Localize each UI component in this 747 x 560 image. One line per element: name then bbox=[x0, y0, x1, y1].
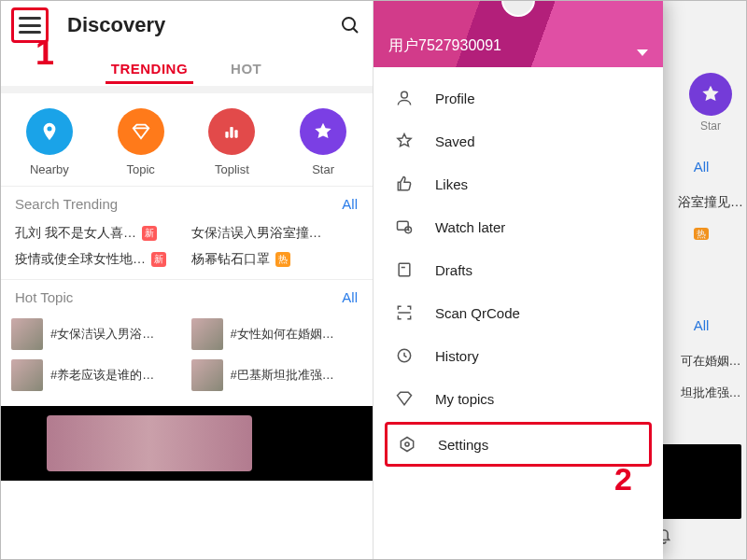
cat-label: Nearby bbox=[30, 162, 69, 176]
trend-item[interactable]: 孔刘 我不是女人喜… 新 bbox=[15, 225, 182, 242]
trend-item[interactable]: 杨幂钻石口罩 热 bbox=[191, 251, 359, 268]
svg-point-0 bbox=[343, 18, 355, 30]
ghost-all: All bbox=[669, 159, 734, 175]
ghost-row: 可在婚姻… bbox=[678, 353, 743, 370]
drawer-screen: Star All 浴室撞见… 热 All 可在婚姻… 坦批准强… 用户75279… bbox=[374, 0, 747, 560]
badge-hot: 热 bbox=[694, 228, 709, 240]
menu-settings[interactable]: Settings bbox=[385, 422, 652, 467]
qr-icon bbox=[394, 302, 415, 323]
hot-topic-list: #女保洁误入男浴… #女性如何在婚姻… #养老应该是谁的… #巴基斯坦批准强… bbox=[0, 313, 373, 402]
menu-label: Saved bbox=[435, 133, 475, 149]
hot-topic-header: Hot Topic All bbox=[0, 279, 373, 313]
svg-rect-2 bbox=[226, 132, 229, 138]
bars-icon bbox=[208, 108, 255, 155]
callout-2: 2 bbox=[614, 461, 632, 497]
trend-item[interactable]: 女保洁误入男浴室撞见… bbox=[191, 225, 359, 242]
avatar bbox=[501, 0, 535, 17]
svg-line-1 bbox=[353, 28, 358, 33]
cat-star[interactable]: Star bbox=[286, 108, 360, 176]
menu-label: Drafts bbox=[435, 262, 472, 278]
ghost-row: 浴室撞见… bbox=[678, 194, 743, 211]
ghost-video bbox=[661, 444, 741, 519]
svg-rect-6 bbox=[398, 221, 409, 230]
bell-icon bbox=[654, 525, 719, 545]
watch-later-icon bbox=[394, 217, 415, 237]
diamond-icon bbox=[118, 108, 164, 155]
menu-label: My topics bbox=[435, 391, 494, 407]
badge-new: 新 bbox=[151, 252, 166, 267]
history-icon bbox=[394, 345, 415, 366]
hot-item[interactable]: #女保洁误入男浴… bbox=[11, 318, 182, 350]
menu-label: Scan QrCode bbox=[435, 305, 520, 321]
menu-label: Watch later bbox=[435, 219, 505, 235]
topics-icon bbox=[394, 388, 415, 409]
pin-icon bbox=[26, 108, 73, 155]
tab-trending[interactable]: TRENDING bbox=[111, 61, 188, 77]
top-bar: Discovery bbox=[0, 0, 373, 50]
star-outline-icon bbox=[394, 131, 415, 151]
thumbnail bbox=[11, 359, 43, 391]
drawer-header[interactable]: 用户7527930091 bbox=[374, 0, 663, 67]
page-title: Discovery bbox=[67, 13, 165, 37]
section-title: Search Trending bbox=[15, 196, 118, 212]
chevron-down-icon bbox=[637, 49, 648, 56]
svg-rect-8 bbox=[399, 263, 410, 275]
menu-drafts[interactable]: Drafts bbox=[374, 248, 663, 291]
menu-watch-later[interactable]: Watch later bbox=[374, 205, 663, 248]
settings-icon bbox=[397, 434, 417, 455]
menu-saved[interactable]: Saved bbox=[374, 119, 663, 162]
star-icon bbox=[300, 108, 346, 155]
hot-item[interactable]: #女性如何在婚姻… bbox=[191, 318, 362, 350]
cat-topic[interactable]: Topic bbox=[104, 108, 178, 176]
menu-likes[interactable]: Likes bbox=[374, 162, 663, 205]
badge-new: 新 bbox=[142, 226, 157, 241]
menu-scan-qr[interactable]: Scan QrCode bbox=[374, 291, 663, 334]
search-trending-header: Search Trending All bbox=[0, 186, 373, 219]
cat-nearby[interactable]: Nearby bbox=[12, 108, 87, 176]
menu-my-topics[interactable]: My topics bbox=[374, 377, 663, 420]
trend-item[interactable]: 疫情或使全球女性地… 新 bbox=[15, 251, 182, 268]
svg-marker-10 bbox=[401, 438, 413, 452]
cat-label: Star bbox=[312, 162, 334, 176]
menu-label: History bbox=[435, 348, 479, 364]
category-row: Nearby Topic Toplist Star bbox=[0, 93, 373, 186]
menu-label: Likes bbox=[435, 176, 468, 192]
search-icon[interactable] bbox=[339, 14, 361, 36]
cat-label: Topic bbox=[126, 162, 154, 176]
hot-item[interactable]: #巴基斯坦批准强… bbox=[191, 359, 362, 391]
search-trending-list: 孔刘 我不是女人喜… 新 女保洁误入男浴室撞见… 疫情或使全球女性地… 新 杨幂… bbox=[0, 219, 373, 279]
hot-item[interactable]: #养老应该是谁的… bbox=[11, 359, 182, 391]
thumb-up-icon bbox=[394, 174, 415, 194]
drawer-menu: Profile Saved Likes Watch later Drafts bbox=[374, 67, 663, 478]
tabs: TRENDING HOT bbox=[0, 50, 373, 86]
video-preview[interactable] bbox=[0, 406, 373, 481]
menu-history[interactable]: History bbox=[374, 334, 663, 377]
tab-hot[interactable]: HOT bbox=[231, 61, 261, 77]
svg-point-5 bbox=[402, 91, 408, 98]
svg-point-11 bbox=[405, 442, 409, 446]
profile-icon bbox=[394, 88, 415, 108]
svg-rect-4 bbox=[235, 130, 238, 137]
thumbnail bbox=[191, 359, 223, 391]
user-name: 用户7527930091 bbox=[388, 36, 501, 56]
cat-label: Toplist bbox=[215, 162, 249, 176]
discovery-screen: Discovery 1 TRENDING HOT Nearby Topic bbox=[0, 0, 374, 560]
section-title: Hot Topic bbox=[15, 289, 73, 305]
cat-toplist[interactable]: Toplist bbox=[194, 108, 269, 176]
menu-label: Profile bbox=[435, 91, 475, 106]
star-icon bbox=[689, 73, 732, 116]
drafts-icon bbox=[394, 259, 415, 280]
ghost-all: All bbox=[669, 317, 734, 333]
svg-rect-3 bbox=[231, 127, 233, 138]
ghost-row: 坦批准强… bbox=[678, 385, 743, 401]
hamburger-icon bbox=[19, 17, 41, 34]
menu-label: Settings bbox=[438, 437, 488, 453]
thumbnail bbox=[191, 318, 223, 350]
all-link[interactable]: All bbox=[342, 289, 358, 305]
menu-profile[interactable]: Profile bbox=[374, 77, 663, 119]
ghost-star-label: Star bbox=[700, 119, 721, 133]
callout-1: 1 bbox=[35, 34, 54, 73]
all-link[interactable]: All bbox=[342, 196, 358, 212]
thumbnail bbox=[11, 318, 43, 350]
divider bbox=[0, 86, 373, 93]
